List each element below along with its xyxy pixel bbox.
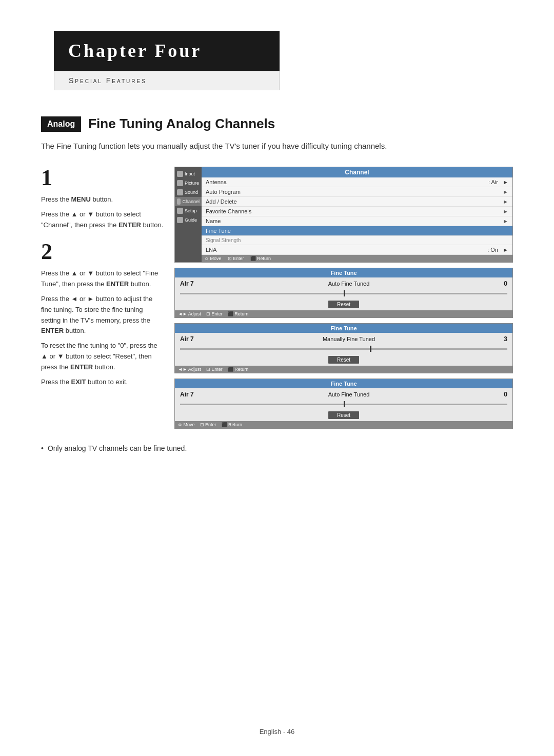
footer-enter: ⊡ Enter <box>228 256 244 261</box>
step-2-bold3: ENTER <box>70 363 93 371</box>
ft2-channel: Air 7 <box>180 335 194 343</box>
lna-label: LNA <box>206 247 216 253</box>
chapter-title-box: Chapter Four <box>54 31 280 71</box>
ft2-footer-adjust: ◄► Adjust <box>178 367 201 372</box>
step-2-bold2: ENTER <box>41 327 64 334</box>
menu-finetune: Fine Tune <box>202 226 512 236</box>
ft1-slider-container <box>175 289 512 299</box>
step-1-bold1: MENU <box>71 195 91 203</box>
fine-tune-screen2-wrapper: Fine Tune Air 7 Manually Fine Tuned 3 Re… <box>174 323 513 373</box>
step-2-number: 2 <box>41 241 164 263</box>
steps-column: 1 Press the MENU button. Press the ▲ or … <box>41 167 164 434</box>
bullet-dot: • <box>41 444 44 452</box>
antenna-value: : Air ► <box>488 179 508 185</box>
ft3-slider-track <box>180 404 507 405</box>
ft1-footer-adjust: ◄► Adjust <box>178 311 201 316</box>
step-2-text4: Press the EXIT button to exit. <box>41 377 164 388</box>
sidebar-setup-label: Setup <box>185 208 197 213</box>
favchannels-arrow: ► <box>503 208 508 214</box>
section-heading: Analog Fine Tuning Analog Channels <box>41 116 513 132</box>
ft2-mode: Manually Fine Tuned <box>323 336 375 342</box>
ft3-header: Fine Tune <box>175 379 512 388</box>
sidebar-setup: Setup <box>175 206 202 215</box>
ft3-value: 0 <box>504 391 507 398</box>
sidebar-picture: Picture <box>175 178 202 188</box>
step-1-section: 1 Press the MENU button. Press the ▲ or … <box>41 167 164 230</box>
ft1-footer: ◄► Adjust ⊡ Enter ⬛ Return <box>175 310 512 317</box>
sidebar-guide-label: Guide <box>185 217 197 223</box>
ft3-footer-return: ⬛ Return <box>222 422 243 427</box>
setup-icon <box>177 208 183 214</box>
step-1-text2: Press the ▲ or ▼ button to select "Chann… <box>41 209 164 231</box>
ft3-slider-container <box>175 400 512 409</box>
ft3-footer-enter: ⊡ Enter <box>200 422 216 427</box>
channel-screen-footer: ≎ Move ⊡ Enter ⬛ Return <box>202 255 512 262</box>
channel-main: Channel Antenna : Air ► Auto Program ► A… <box>202 167 512 262</box>
menu-adddelete: Add / Delete ► <box>202 197 512 207</box>
ft1-header: Fine Tune <box>175 268 512 277</box>
channel-screen: Input Picture Sound Channel <box>174 167 513 263</box>
intro-text: The Fine Tuning function lets you manual… <box>41 140 513 152</box>
chapter-title: Chapter Four <box>68 40 265 62</box>
lna-value: : On ► <box>487 247 508 253</box>
chapter-subtitle: Special Features <box>69 76 265 85</box>
menu-favchannels: Favorite Channels ► <box>202 207 512 216</box>
ft2-row: Air 7 Manually Fine Tuned 3 <box>175 333 512 344</box>
fine-tune-screen3: Fine Tune Air 7 Auto Fine Tuned 0 Reset … <box>174 379 513 429</box>
ft3-footer-move: ≎ Move <box>178 422 195 427</box>
sidebar-input: Input <box>175 169 202 178</box>
menu-autoprog: Auto Program ► <box>202 187 512 197</box>
menu-signal: Signal Strength <box>202 236 512 245</box>
channel-header: Channel <box>202 167 512 177</box>
channel-screen-wrapper: Input Picture Sound Channel <box>174 167 513 263</box>
step-2-text2: Press the ◄ or ► button to adjust the fi… <box>41 294 164 336</box>
page-number: English - 46 <box>260 728 295 735</box>
step-1-text1: Press the MENU button. <box>41 194 164 205</box>
step-2-bold4: EXIT <box>71 378 86 386</box>
name-arrow: ► <box>503 218 508 224</box>
ft1-footer-return: ⬛ Return <box>228 311 249 316</box>
analog-badge: Analog <box>41 116 81 132</box>
antenna-label: Antenna <box>206 179 227 185</box>
ft2-reset-btn[interactable]: Reset <box>328 356 359 364</box>
footer-move: ≎ Move <box>205 256 222 261</box>
ft3-reset-btn[interactable]: Reset <box>328 411 359 419</box>
ft1-row: Air 7 Auto Fine Tuned 0 <box>175 277 512 289</box>
channel-icon <box>177 198 181 205</box>
ft3-channel: Air 7 <box>180 391 194 398</box>
autoprog-label: Auto Program <box>206 189 241 195</box>
step-2-text1: Press the ▲ or ▼ button to select "Fine … <box>41 268 164 290</box>
ft2-header: Fine Tune <box>175 324 512 333</box>
sound-icon <box>177 189 183 195</box>
ft3-slider-thumb <box>344 401 345 407</box>
menu-antenna: Antenna : Air ► <box>202 177 512 187</box>
ft2-footer-return: ⬛ Return <box>228 367 249 372</box>
ft1-reset-btn[interactable]: Reset <box>328 301 359 308</box>
sidebar-channel-label: Channel <box>182 199 200 204</box>
chapter-header: Chapter Four Special Features <box>54 31 280 90</box>
autoprog-arrow: ► <box>503 189 508 195</box>
sidebar-channel: Channel <box>175 197 202 206</box>
fine-tune-screen2: Fine Tune Air 7 Manually Fine Tuned 3 Re… <box>174 323 513 373</box>
ft3-row: Air 7 Auto Fine Tuned 0 <box>175 388 512 400</box>
bullet-note: • Only analog TV channels can be fine tu… <box>41 444 513 452</box>
chapter-subtitle-box: Special Features <box>54 71 280 90</box>
guide-icon <box>177 217 183 223</box>
content-area: 1 Press the MENU button. Press the ▲ or … <box>41 167 513 434</box>
sidebar-picture-label: Picture <box>185 181 199 186</box>
sidebar-input-label: Input <box>185 171 195 176</box>
ft2-slider-container <box>175 344 512 354</box>
section-title: Fine Tuning Analog Channels <box>88 116 275 132</box>
step-2-text3: To reset the fine tuning to "0", press t… <box>41 341 164 372</box>
bullet-text: Only analog TV channels can be fine tune… <box>48 444 187 452</box>
footer-return: ⬛ Return <box>250 256 271 261</box>
name-label: Name <box>206 218 221 224</box>
input-icon <box>177 171 183 177</box>
finetune-label: Fine Tune <box>206 228 231 234</box>
adddelete-label: Add / Delete <box>206 198 237 205</box>
screens-column: Input Picture Sound Channel <box>174 167 513 434</box>
sidebar-sound-label: Sound <box>185 190 198 195</box>
favchannels-label: Favorite Channels <box>206 208 251 214</box>
ft1-channel: Air 7 <box>180 280 194 287</box>
fine-tune-screen1-wrapper: Fine Tune Air 7 Auto Fine Tuned 0 Reset … <box>174 268 513 318</box>
